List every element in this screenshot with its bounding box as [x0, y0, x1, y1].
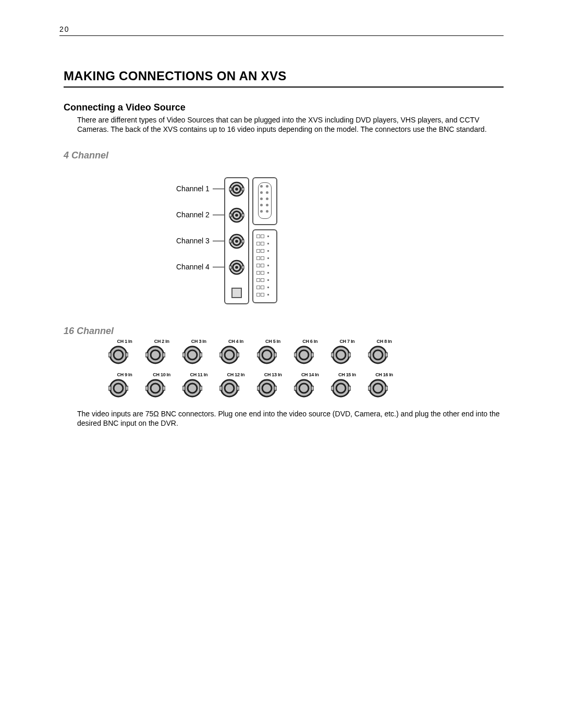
svg-rect-23 [126, 353, 128, 357]
svg-point-68 [259, 380, 275, 397]
label-ch7-in: CH 7 In [331, 339, 363, 344]
label-ch8-in: CH 8 In [368, 339, 400, 344]
svg-point-24 [147, 347, 164, 363]
svg-rect-75 [311, 386, 314, 390]
row-16ch-top: CH 1 In CH 2 In CH 3 In CH 4 In CH 5 In … [108, 339, 400, 370]
label-ch15-in: CH 15 In [331, 372, 363, 377]
bnc-connector-icon [182, 345, 215, 365]
label-channel-4: Channel 4 [176, 263, 210, 271]
heading-sub: Connecting a Video Source [64, 102, 186, 113]
label-ch12-in: CH 12 In [219, 372, 252, 377]
svg-rect-26 [145, 353, 148, 357]
svg-rect-13 [229, 240, 231, 243]
heading-main: MAKING CONNECTIONS ON AN XVS [64, 69, 287, 83]
bnc-connector-icon [182, 378, 215, 398]
bnc-connector-icon [229, 207, 244, 223]
bnc-connector-icon [294, 345, 326, 365]
svg-rect-9 [242, 214, 244, 217]
svg-rect-14 [242, 240, 244, 243]
bnc-connector-icon [145, 345, 178, 365]
svg-rect-8 [229, 214, 231, 217]
diagram-4channel: Channel 1 Channel 2 Channel 3 Channel 4 [176, 177, 374, 313]
bnc-connector-icon [229, 233, 244, 249]
leader-channel-2 [213, 215, 225, 215]
svg-point-80 [370, 380, 386, 397]
module-bnc-vertical [224, 177, 249, 304]
bnc-connector-icon [331, 378, 363, 398]
label-ch5-in: CH 5 In [257, 339, 289, 344]
bnc-connector-icon [108, 345, 141, 365]
terminal-block-icon [252, 229, 277, 303]
bnc-connector-icon [257, 345, 289, 365]
svg-rect-67 [237, 386, 239, 390]
svg-point-17 [235, 266, 238, 269]
label-ch14-in: CH 14 In [294, 372, 326, 377]
leader-channel-3 [213, 241, 225, 241]
bnc-connector-icon [368, 345, 400, 365]
svg-point-56 [147, 380, 164, 397]
svg-rect-50 [368, 353, 371, 357]
svg-rect-71 [274, 386, 277, 390]
label-ch4-in: CH 4 In [219, 339, 252, 344]
svg-rect-43 [311, 353, 314, 357]
svg-rect-35 [237, 353, 239, 357]
svg-rect-42 [294, 353, 297, 357]
svg-point-32 [221, 347, 238, 363]
label-ch10-in: CH 10 In [145, 372, 178, 377]
bnc-connector-icon [368, 378, 400, 398]
svg-rect-63 [200, 386, 202, 390]
bnc-connector-icon [219, 378, 252, 398]
intro-paragraph: There are different types of Video Sourc… [77, 116, 510, 134]
label-ch16-in: CH 16 In [368, 372, 400, 377]
label-ch2-in: CH 2 In [145, 339, 178, 344]
bnc-connector-icon [108, 378, 141, 398]
svg-rect-74 [294, 386, 297, 390]
svg-rect-79 [348, 386, 351, 390]
svg-rect-22 [108, 353, 111, 357]
svg-rect-66 [219, 386, 222, 390]
svg-point-52 [110, 380, 127, 397]
bnc-connector-icon [229, 260, 244, 275]
label-channel-3: Channel 3 [176, 237, 210, 245]
label-ch1-in: CH 1 In [108, 339, 141, 344]
label-ch13-in: CH 13 In [257, 372, 289, 377]
svg-point-7 [235, 214, 238, 217]
svg-point-20 [110, 347, 127, 363]
svg-rect-30 [182, 353, 185, 357]
svg-point-2 [235, 188, 238, 191]
svg-rect-3 [229, 188, 231, 191]
svg-point-64 [221, 380, 238, 397]
bnc-connector-icon [145, 378, 178, 398]
svg-rect-82 [368, 386, 371, 390]
bnc-connector-icon [257, 378, 289, 398]
label-ch3-in: CH 3 In [182, 339, 215, 344]
svg-rect-39 [274, 353, 277, 357]
svg-point-60 [184, 380, 201, 397]
leader-channel-4 [213, 267, 225, 267]
page: 20 MAKING CONNECTIONS ON AN XVS Connecti… [0, 0, 563, 728]
svg-rect-78 [331, 386, 334, 390]
db9-port-icon [252, 177, 277, 225]
label-ch11-in: CH 11 In [182, 372, 215, 377]
svg-rect-27 [163, 353, 165, 357]
bnc-connector-icon [331, 345, 363, 365]
bnc-connector-icon [219, 345, 252, 365]
bnc-connector-icon [294, 378, 326, 398]
heading-4ch: 4 Channel [64, 150, 108, 161]
svg-point-40 [296, 347, 312, 363]
svg-rect-62 [182, 386, 185, 390]
diagram-16channel: CH 1 In CH 2 In CH 3 In CH 4 In CH 5 In … [108, 339, 400, 405]
closing-paragraph: The video inputs are 75Ω BNC connectors.… [77, 410, 510, 428]
leader-channel-1 [213, 189, 225, 189]
page-number: 20 [59, 25, 70, 33]
svg-rect-51 [385, 353, 388, 357]
svg-rect-47 [348, 353, 351, 357]
svg-point-76 [333, 380, 349, 397]
svg-rect-19 [242, 266, 244, 269]
label-ch6-in: CH 6 In [294, 339, 326, 344]
svg-point-48 [370, 347, 386, 363]
svg-rect-54 [108, 386, 111, 390]
svg-rect-59 [163, 386, 165, 390]
svg-rect-83 [385, 386, 388, 390]
heading-16ch: 16 Channel [64, 326, 114, 337]
